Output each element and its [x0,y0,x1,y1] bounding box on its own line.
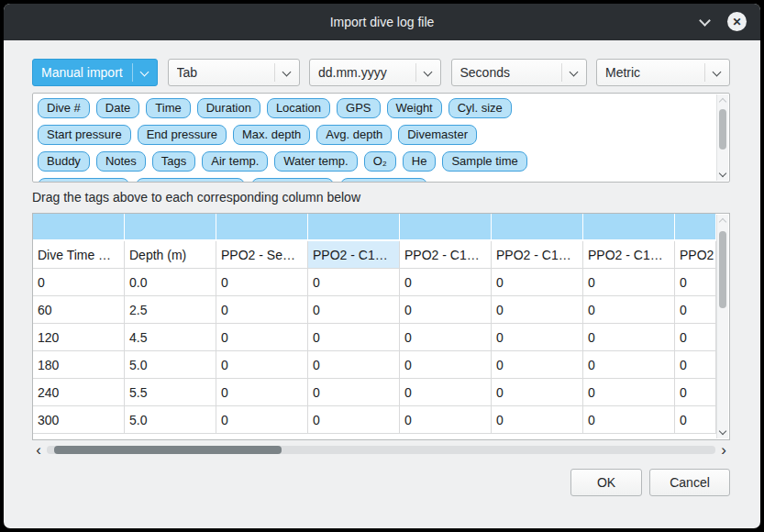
tag-location[interactable]: Location [267,98,330,118]
combo-value: Seconds [460,65,510,80]
column-header[interactable]: PPO2 - C1… [583,241,675,269]
combo-divider [132,63,133,82]
tag-scrollbar[interactable] [716,94,728,181]
table-cell: 0 [583,269,675,296]
tag-end-pressure[interactable]: End pressure [138,125,227,145]
column-header[interactable]: PPO2 [675,241,716,269]
close-icon: ✕ [732,17,741,28]
drop-target-cell[interactable] [492,214,583,241]
hscrollbar-track[interactable] [47,446,715,454]
tag-date[interactable]: Date [96,98,139,118]
table-cell: 0 [216,379,308,406]
combo-metric[interactable]: Metric [596,59,730,86]
tag-duration[interactable]: Duration [197,98,260,118]
tag-divemaster[interactable]: Divemaster [398,125,477,145]
tag-avg-depth[interactable]: Avg. depth [316,125,392,145]
tag-dive[interactable]: Dive # [38,98,90,118]
tag-sample-cns[interactable]: Sample CNS [340,178,427,183]
column-header[interactable]: PPO2 - C1… [492,241,583,269]
tag-weight[interactable]: Weight [387,98,442,118]
cancel-button[interactable]: Cancel [649,469,730,496]
tag-o[interactable]: O₂ [364,151,396,172]
titlebar[interactable]: Import dive log file ✕ [4,4,760,40]
table-cell: 0 [400,296,492,324]
tag-row: Sample depthSample pressureSample pO₂Sam… [38,178,713,183]
tag-buddy[interactable]: Buddy [38,151,90,172]
tag-start-pressure[interactable]: Start pressure [38,125,131,145]
table-cell: 0 [400,324,492,351]
combo-value: Metric [605,65,640,80]
ok-button[interactable]: OK [570,469,642,496]
table-cell: 0 [675,379,716,406]
table-cell: 0 [492,351,583,379]
tag-time[interactable]: Time [146,98,190,118]
chevron-down-icon [569,68,578,77]
table-cell: 60 [33,296,125,324]
table-cell: 0 [583,406,675,434]
column-header[interactable]: Depth (m) [125,241,216,269]
drop-target-cell[interactable] [583,214,675,241]
table-cell: 0 [400,406,492,434]
chevron-down-icon [140,68,149,77]
table-scrollbar[interactable] [716,215,728,438]
import-dialog: Import dive log file ✕ Manual importTabd… [4,4,760,528]
combo-dd-mm-yyyy[interactable]: dd.mm.yyyy [309,59,441,86]
tag-air-temp[interactable]: Air temp. [202,151,268,172]
tag-notes[interactable]: Notes [96,151,146,172]
table-cell: 0 [400,379,492,406]
tag-water-temp[interactable]: Water temp. [274,151,357,172]
table-cell: 0 [675,324,716,351]
table-cell: 0 [308,379,400,406]
tag-scrollbar-thumb[interactable] [719,109,726,150]
column-header[interactable]: Dive Time … [33,241,125,269]
combo-tab[interactable]: Tab [168,59,300,86]
table-cell: 0 [675,296,716,324]
tag-gps[interactable]: GPS [337,98,380,118]
tag-max-depth[interactable]: Max. depth [233,125,310,145]
table-cell: 0 [308,406,400,434]
close-button[interactable]: ✕ [727,12,747,31]
drop-target-cell[interactable] [216,214,308,241]
table-scrollbar-thumb[interactable] [719,231,726,308]
table-cell: 0 [308,324,400,351]
scroll-up-icon[interactable] [719,98,726,105]
table-cell: 4.5 [125,324,216,351]
table-cell: 0 [492,406,583,434]
column-header[interactable]: PPO2 - C1… [308,241,400,269]
hscrollbar-thumb[interactable] [54,446,282,454]
drop-target-cell[interactable] [125,214,216,241]
tag-he[interactable]: He [403,151,437,172]
table-cell: 0 [583,379,675,406]
combo-manual-import[interactable]: Manual import [32,59,158,86]
scroll-left-icon[interactable]: ‹ [32,442,45,459]
shade-button[interactable] [696,15,713,29]
drop-target-cell[interactable] [33,214,125,241]
table-cell: 5.5 [125,379,216,406]
combo-seconds[interactable]: Seconds [451,59,587,86]
table-header-row: Dive Time …Depth (m)PPO2 - Se…PPO2 - C1…… [33,241,716,269]
column-header[interactable]: PPO2 - C1… [400,241,492,269]
drop-target-cell[interactable] [308,214,400,241]
scroll-down-icon[interactable] [719,170,726,177]
table-grid: Dive Time …Depth (m)PPO2 - Se…PPO2 - C1…… [33,214,716,434]
chevron-down-icon [424,68,433,77]
tag-sample-po[interactable]: Sample pO₂ [251,178,334,183]
tag-cyl-size[interactable]: Cyl. size [448,98,512,118]
tag-sample-depth[interactable]: Sample depth [38,178,129,183]
scroll-down-icon[interactable] [719,427,726,435]
scroll-up-icon[interactable] [719,218,726,226]
tag-sample-time[interactable]: Sample time [442,151,526,172]
column-header[interactable]: PPO2 - Se… [216,241,308,269]
drop-target-cell[interactable] [675,214,716,241]
table-cell: 5.0 [125,351,216,379]
tag-sample-pressure[interactable]: Sample pressure [136,178,244,183]
table-cell: 0 [492,296,583,324]
toolbar: Manual importTabdd.mm.yyyySecondsMetric [32,59,730,86]
table-cell: 120 [33,324,125,351]
scroll-right-icon[interactable]: › [717,442,730,459]
table-row: 602.5000000 [33,296,716,324]
tag-tags[interactable]: Tags [152,151,195,172]
drop-target-cell[interactable] [400,214,492,241]
horizontal-scrollbar[interactable]: ‹ › [32,442,730,459]
combo-divider [704,63,705,82]
